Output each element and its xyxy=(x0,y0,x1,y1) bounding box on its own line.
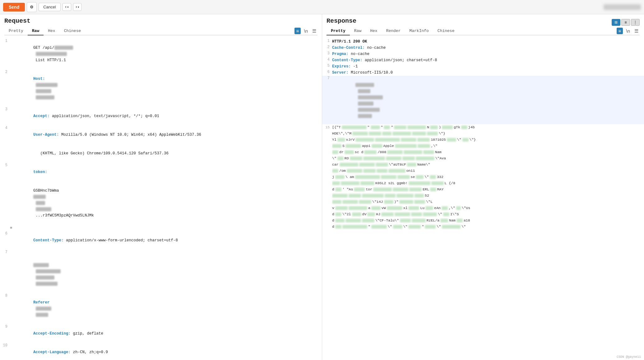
tab-response-render[interactable]: Render xyxy=(382,27,405,35)
resp-json-line-18: S appi Apple ,\" xyxy=(322,143,644,149)
request-line-1: 1 GET /api/ List HTTP/1.1 xyxy=(0,39,322,70)
response-header: Response ⊞ ≡ ⋮ Pretty Raw Hex Render Mar… xyxy=(322,14,644,37)
resp-line-6: 6 Server: Microsoft-IIS/10.0 xyxy=(322,70,644,76)
request-line-3: 3 Accept: application/json, text/javascr… xyxy=(0,107,322,125)
request-panel: Request Pretty Raw Hex Chinese ≡ \n ☰ 1 … xyxy=(0,14,322,360)
request-line-5c: = xyxy=(0,225,322,231)
resp-line-4: 4 Content-Type: application/json; charse… xyxy=(322,57,644,63)
resp-json-line-19: dr sc d /808 Nam xyxy=(322,149,644,155)
resp-json-line-15: 15 [{"T " " " N ) gTk j4b xyxy=(322,124,644,130)
response-json-area[interactable]: 15 [{"T " " " N ) gTk j4b xyxy=(322,124,644,360)
next-icon: › xyxy=(75,5,78,9)
next-button[interactable]: › ▾ xyxy=(73,3,82,11)
resp-json-line-16: HDE\",\"M \"} xyxy=(322,130,644,137)
watermark: CSDN @gayne11 xyxy=(617,355,641,359)
resp-json-line-27: \"14J )" \"L xyxy=(322,199,644,205)
request-line-8: 8 Referer xyxy=(0,293,322,324)
resp-json-line-28: v a vW xl Lu eAn ,\" \"Us xyxy=(322,205,644,211)
request-line-4b: (KHTML, like Gecko) Chrome/109.0.5414.12… xyxy=(0,144,322,163)
resp-json-line-26: 52 xyxy=(322,193,644,199)
resp-line-5: 5 Expires: -1 xyxy=(322,63,644,70)
request-line-10: 10 Accept-Language: zh-CN, zh;q=0.9 xyxy=(0,343,322,360)
tab-request-raw[interactable]: Raw xyxy=(28,27,44,35)
send-button[interactable]: Send xyxy=(3,3,25,11)
response-title-row: Response ⊞ ≡ ⋮ xyxy=(327,17,640,27)
main-content: Request Pretty Raw Hex Chinese ≡ \n ☰ 1 … xyxy=(0,14,644,360)
request-line-4: 4 User-Agent: Mozilla/5.0 (Windows NT 10… xyxy=(0,125,322,144)
response-tab-actions: ≡ \n ☰ xyxy=(617,28,640,34)
request-tabs: Pretty Raw Hex Chinese ≡ \n ☰ xyxy=(4,27,317,35)
tab-response-markinfo[interactable]: MarkInfo xyxy=(405,27,433,35)
prev-icon: ‹ xyxy=(65,5,67,9)
resp-json-line-25: d ' "As tor ERL MAY xyxy=(322,186,644,193)
request-newline-icon[interactable]: \n xyxy=(303,28,309,34)
tab-request-chinese[interactable]: Chinese xyxy=(60,27,86,35)
request-code-area[interactable]: 1 GET /api/ List HTTP/1.1 2 Host: xyxy=(0,37,322,360)
resp-line-7: 7 xyxy=(322,76,644,124)
resp-json-line-17: Yl vJrV 1071025 \" \"} xyxy=(322,137,644,143)
view-buttons: ⊞ ≡ ⋮ xyxy=(612,19,640,26)
resp-json-line-23: j \ am se \" 332 xyxy=(322,174,644,180)
request-header: Request Pretty Raw Hex Chinese ≡ \n ☰ xyxy=(0,14,322,37)
cancel-button[interactable]: Cancel xyxy=(39,3,60,11)
tab-request-pretty[interactable]: Pretty xyxy=(4,27,28,35)
resp-line-1: 1 HTTP/1.1 200 OK xyxy=(322,39,644,45)
response-panel: Response ⊞ ≡ ⋮ Pretty Raw Hex Render Mar… xyxy=(322,14,644,360)
request-line-5: 5 token: xyxy=(0,163,322,181)
resp-json-line-22: /om oni1 xyxy=(322,168,644,174)
user-name-blurred xyxy=(604,4,641,10)
request-line-7: 7 xyxy=(0,250,322,293)
response-title: Response xyxy=(327,17,356,25)
settings-button[interactable]: ⚙ xyxy=(27,2,37,12)
prev-dropdown-icon: ▾ xyxy=(67,5,69,9)
resp-json-line-30: d \"CF-Talu\" RzEL/a Nam a18 xyxy=(322,217,644,224)
tab-response-hex[interactable]: Hex xyxy=(366,27,382,35)
response-newline-icon[interactable]: \n xyxy=(625,28,631,34)
user-area xyxy=(604,4,641,10)
response-tabs: Pretty Raw Hex Render MarkInfo Chinese ≡… xyxy=(327,27,640,35)
resp-json-line-20: \" RO \"Ava xyxy=(322,155,644,162)
resp-json-line-29: d \"2l dV HJ \" I\"S xyxy=(322,211,644,217)
resp-json-line-24: K0SL2 s2L ggmb! L {/8 xyxy=(322,180,644,186)
resp-json-line-21: car \"aUT8cF Name\" xyxy=(322,162,644,168)
tab-response-pretty[interactable]: Pretty xyxy=(327,27,350,35)
request-wrap-icon[interactable]: ≡ xyxy=(294,28,301,34)
resp-line-2: 2 Cache-Control: no-cache xyxy=(322,45,644,51)
view-btn-dots[interactable]: ⋮ xyxy=(631,19,640,26)
response-wrap-icon[interactable]: ≡ xyxy=(617,28,623,34)
response-code-area[interactable]: 1 HTTP/1.1 200 OK 2 Cache-Control: no-ca… xyxy=(322,37,644,124)
tab-response-raw[interactable]: Raw xyxy=(350,27,366,35)
request-line-9: 9 Accept-Encoding: gzip, deflate xyxy=(0,324,322,343)
tab-response-chinese[interactable]: Chinese xyxy=(433,27,459,35)
request-line-5b: GSBHnc7bWma ...r3fWC5M3pzAQrVwd5LNJMk xyxy=(0,181,322,225)
response-menu-icon[interactable]: ☰ xyxy=(633,28,640,34)
request-menu-icon[interactable]: ☰ xyxy=(311,28,317,34)
toolbar: Send ⚙ Cancel ‹ ▾ › ▾ xyxy=(0,0,644,14)
tab-request-hex[interactable]: Hex xyxy=(44,27,59,35)
request-line-6: 6 Content-Type: application/x-www-form-u… xyxy=(0,231,322,250)
resp-line-3: 3 Pragma: no-cache xyxy=(322,51,644,57)
request-line-2: 2 Host: xyxy=(0,70,322,107)
request-tab-actions: ≡ \n ☰ xyxy=(294,28,317,34)
next-dropdown-icon: ▾ xyxy=(77,5,79,9)
gear-icon: ⚙ xyxy=(30,5,34,9)
view-btn-grid[interactable]: ⊞ xyxy=(612,19,620,26)
request-title: Request xyxy=(4,17,317,25)
resp-json-line-31: d " \" \" " \" \" xyxy=(322,224,644,230)
prev-button[interactable]: ‹ ▾ xyxy=(63,3,71,11)
view-btn-lines[interactable]: ≡ xyxy=(621,19,630,26)
